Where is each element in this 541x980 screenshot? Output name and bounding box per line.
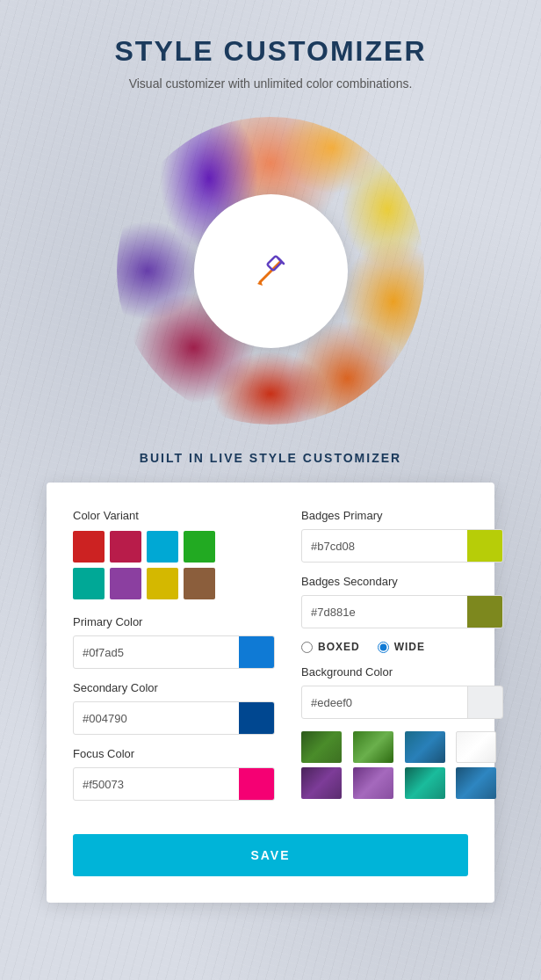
radio-boxed-label[interactable]: BOXED	[301, 641, 360, 653]
thumb-water[interactable]	[405, 731, 445, 763]
panel-left: Color Variant Primary Color Secondary Co…	[73, 509, 275, 813]
background-color-input[interactable]	[302, 689, 467, 716]
customizer-panel: Color Variant Primary Color Secondary Co…	[47, 483, 494, 903]
swatch-teal[interactable]	[73, 568, 105, 599]
thumb-lavender[interactable]	[353, 767, 393, 799]
svg-rect-1	[267, 256, 282, 271]
pen-icon	[247, 247, 295, 295]
focus-color-preview[interactable]	[239, 768, 274, 800]
radio-wide-label[interactable]: WIDE	[378, 641, 425, 653]
badges-secondary-input[interactable]	[302, 599, 467, 626]
background-thumbnails	[301, 731, 503, 799]
badges-primary-group	[301, 529, 503, 563]
color-swatches	[73, 531, 275, 599]
badges-secondary-preview[interactable]	[467, 596, 502, 628]
secondary-color-preview[interactable]	[239, 702, 274, 734]
thumb-sky[interactable]	[456, 767, 496, 799]
thumb-forest[interactable]	[301, 731, 342, 763]
thumb-green[interactable]	[353, 731, 393, 763]
primary-color-group	[73, 635, 275, 669]
thumb-teal[interactable]	[405, 767, 445, 799]
background-color-group	[301, 686, 503, 719]
badges-secondary-group	[301, 595, 503, 628]
swatch-crimson[interactable]	[110, 531, 141, 563]
background-color-label: Background Color	[301, 665, 503, 679]
badges-primary-label: Badges Primary	[301, 509, 503, 522]
focus-color-label: Focus Color	[73, 747, 275, 760]
swatch-yellow[interactable]	[147, 568, 178, 599]
color-wheel-section	[117, 117, 424, 425]
center-circle	[194, 194, 348, 348]
radio-wide[interactable]	[378, 642, 389, 653]
primary-color-label: Primary Color	[73, 615, 275, 628]
page-title: STYLE CUSTOMIZER	[115, 35, 427, 68]
swatch-purple[interactable]	[110, 568, 141, 599]
primary-color-preview[interactable]	[239, 636, 274, 668]
swatch-green[interactable]	[184, 531, 215, 563]
badges-secondary-label: Badges Secondary	[301, 575, 503, 588]
swatch-brown[interactable]	[184, 568, 215, 599]
swatch-cyan[interactable]	[147, 531, 178, 563]
secondary-color-label: Secondary Color	[73, 681, 275, 694]
secondary-color-input[interactable]	[74, 705, 239, 732]
color-variant-label: Color Variant	[73, 509, 275, 522]
page-wrapper: STYLE CUSTOMIZER Visual customizer with …	[0, 0, 541, 938]
header-subtitle: Visual customizer with unlimited color c…	[129, 76, 413, 91]
layout-radio-group: BOXED WIDE	[301, 641, 503, 653]
save-button[interactable]: SAVE	[73, 834, 468, 876]
background-color-preview[interactable]	[467, 686, 502, 718]
thumb-white[interactable]	[456, 731, 496, 763]
svg-line-0	[260, 262, 280, 282]
primary-color-input[interactable]	[74, 639, 239, 666]
radio-boxed[interactable]	[301, 642, 313, 653]
radio-wide-text: WIDE	[394, 641, 425, 653]
swatch-red[interactable]	[73, 531, 105, 563]
panel-columns: Color Variant Primary Color Secondary Co…	[73, 509, 468, 813]
focus-color-group	[73, 767, 275, 801]
panel-right: Badges Primary Badges Secondary BOXED	[301, 509, 503, 813]
badges-primary-input[interactable]	[302, 533, 467, 560]
section-subtitle: BUILT IN LIVE STYLE CUSTOMIZER	[140, 451, 401, 465]
secondary-color-group	[73, 701, 275, 735]
focus-color-input[interactable]	[74, 771, 239, 798]
save-button-wrapper: SAVE	[73, 834, 468, 876]
thumb-purple[interactable]	[301, 767, 342, 799]
badges-primary-preview[interactable]	[467, 530, 502, 562]
radio-boxed-text: BOXED	[318, 641, 360, 653]
